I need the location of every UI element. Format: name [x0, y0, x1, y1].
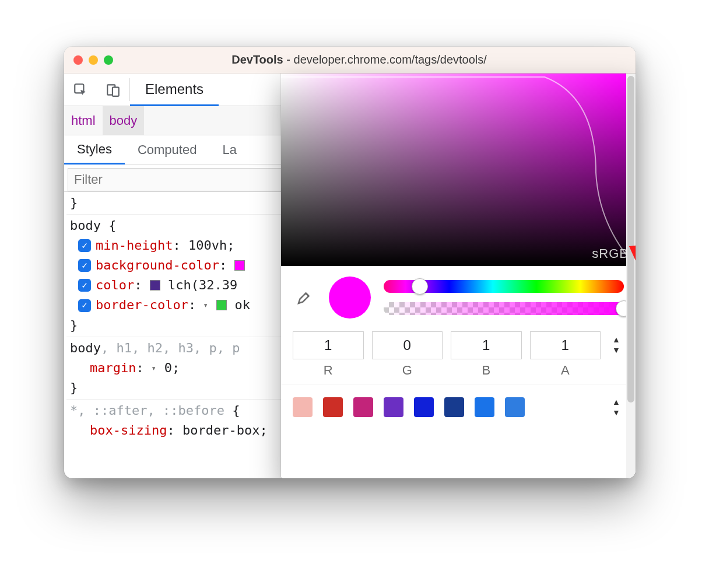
channel-a-label: A: [530, 363, 601, 378]
hue-slider-thumb[interactable]: [412, 278, 428, 295]
prop-toggle-checkbox[interactable]: ✓: [78, 259, 91, 272]
subtab-computed[interactable]: Computed: [125, 135, 210, 164]
rgba-inputs: R G B A ▲ ▼: [293, 331, 624, 378]
tab-elements[interactable]: Elements: [130, 74, 219, 106]
window-title: DevTools - developer.chrome.com/tags/dev…: [125, 53, 594, 66]
alpha-slider[interactable]: [384, 302, 624, 315]
channel-r-input[interactable]: [293, 331, 364, 359]
expand-shorthand-icon[interactable]: ▸: [200, 303, 213, 308]
eyedropper-icon[interactable]: [293, 289, 316, 306]
svg-rect-2: [113, 87, 119, 96]
subtab-layout[interactable]: La: [209, 135, 249, 164]
palette-swatch[interactable]: [414, 397, 434, 417]
expand-shorthand-icon[interactable]: ▸: [148, 366, 160, 370]
palette-swatches: ▲ ▼: [281, 384, 636, 423]
color-format-stepper[interactable]: ▲ ▼: [609, 331, 624, 355]
zoom-window-button[interactable]: [104, 55, 113, 65]
selector-universal[interactable]: *, ::after, ::before: [70, 403, 224, 418]
title-url: developer.chrome.com/tags/devtools/: [294, 53, 487, 66]
title-app: DevTools: [231, 53, 283, 66]
titlebar: DevTools - developer.chrome.com/tags/dev…: [64, 47, 636, 74]
window-controls: [73, 55, 113, 65]
prop-toggle-checkbox[interactable]: ✓: [78, 299, 91, 312]
color-picker-popover: sRGB: [281, 74, 636, 478]
palette-swatch[interactable]: [353, 397, 373, 417]
chevron-down-icon: ▼: [612, 408, 620, 417]
palette-swatch[interactable]: [293, 397, 313, 417]
color-spectrum[interactable]: sRGB: [281, 74, 636, 266]
color-swatch-icon[interactable]: [150, 280, 160, 290]
inspect-element-icon[interactable]: [64, 74, 97, 106]
palette-swatch[interactable]: [444, 397, 464, 417]
breadcrumb-body[interactable]: body: [103, 106, 145, 135]
palette-swatch[interactable]: [505, 397, 525, 417]
annotation-arrow-icon: [612, 222, 636, 294]
palette-swatch[interactable]: [384, 397, 403, 417]
prop-toggle-checkbox[interactable]: ✓: [78, 279, 91, 292]
channel-g-label: G: [372, 363, 443, 378]
color-swatch-icon[interactable]: [234, 260, 245, 271]
color-preview: [329, 276, 371, 318]
channel-a-input[interactable]: [530, 331, 601, 359]
devtools-window: DevTools - developer.chrome.com/tags/dev…: [64, 47, 636, 478]
gamut-boundary-line: [281, 74, 636, 266]
minimize-window-button[interactable]: [89, 55, 98, 65]
palette-swatch[interactable]: [323, 397, 343, 417]
device-toolbar-icon[interactable]: [97, 74, 129, 106]
channel-b-input[interactable]: [451, 331, 522, 359]
selector-body[interactable]: body: [70, 218, 101, 233]
breadcrumb-html[interactable]: html: [64, 106, 103, 135]
subtab-styles[interactable]: Styles: [64, 136, 125, 164]
prop-toggle-checkbox[interactable]: ✓: [78, 239, 91, 252]
palette-page-stepper[interactable]: ▲ ▼: [609, 397, 624, 417]
selector-rest[interactable]: , h1, h2, h3, p, p: [101, 341, 240, 355]
close-window-button[interactable]: [73, 55, 83, 65]
channel-g-input[interactable]: [372, 331, 443, 359]
palette-swatch[interactable]: [475, 397, 494, 417]
color-swatch-icon[interactable]: [216, 300, 227, 310]
channel-r-label: R: [293, 363, 364, 378]
selector-main[interactable]: body: [70, 341, 101, 355]
chevron-down-icon: ▼: [612, 345, 620, 355]
chevron-up-icon: ▲: [612, 397, 620, 407]
chevron-up-icon: ▲: [612, 335, 620, 344]
hue-slider[interactable]: [384, 280, 624, 293]
channel-b-label: B: [451, 363, 522, 378]
